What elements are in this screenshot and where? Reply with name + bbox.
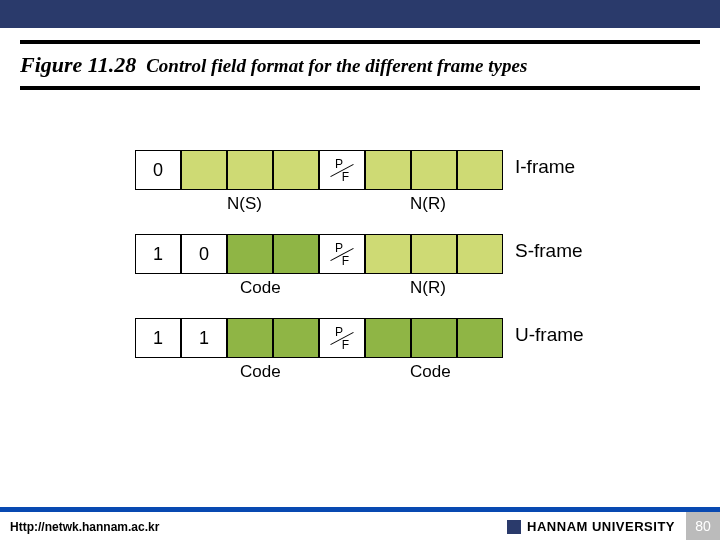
iframe-ns-cell	[227, 150, 273, 190]
sframe-row: 1 0 PF S-frame Code N(R)	[135, 234, 585, 318]
footer-divider	[0, 507, 720, 512]
pf-icon: PF	[329, 326, 355, 351]
footer-university-text: HANNAM UNIVERSITY	[527, 519, 675, 534]
sframe-bit1: 0	[181, 234, 227, 274]
pf-icon: PF	[329, 242, 355, 267]
footer-university: HANNAM UNIVERSITY	[507, 519, 675, 534]
iframe-pf-cell: PF	[319, 150, 365, 190]
iframe-bit0: 0	[135, 150, 181, 190]
sframe-pf-cell: PF	[319, 234, 365, 274]
iframe-nr-cell	[365, 150, 411, 190]
pf-icon: PF	[329, 158, 355, 183]
iframe-ns-label: N(S)	[227, 194, 262, 214]
uframe-code2-cell	[457, 318, 503, 358]
uframe-code2-cell	[411, 318, 457, 358]
iframe-nr-label: N(R)	[410, 194, 446, 214]
top-bar	[0, 0, 720, 28]
uframe-label: U-frame	[515, 324, 584, 346]
sframe-nr-cell	[411, 234, 457, 274]
sframe-nr-label: N(R)	[410, 278, 446, 298]
figure-heading: Figure 11.28 Control field format for th…	[20, 40, 700, 90]
page-number: 80	[686, 512, 720, 540]
sframe-code-cell	[273, 234, 319, 274]
sframe-bit0: 1	[135, 234, 181, 274]
sframe-nr-cell	[365, 234, 411, 274]
iframe-row: 0 PF I-frame N(S) N(R)	[135, 150, 585, 234]
iframe-nr-cell	[411, 150, 457, 190]
uframe-row: 1 1 PF U-frame Code Code	[135, 318, 585, 402]
sframe-code-label: Code	[240, 278, 281, 298]
iframe-label: I-frame	[515, 156, 575, 178]
footer-url: Http://netwk.hannam.ac.kr	[10, 520, 159, 534]
uframe-code1-cell	[273, 318, 319, 358]
uframe-code2-cell	[365, 318, 411, 358]
uframe-bit1: 1	[181, 318, 227, 358]
sframe-label: S-frame	[515, 240, 583, 262]
iframe-nr-cell	[457, 150, 503, 190]
iframe-ns-cell	[273, 150, 319, 190]
uframe-code1-label: Code	[240, 362, 281, 382]
frame-diagram: 0 PF I-frame N(S) N(R) 1 0 PF	[135, 150, 585, 402]
sframe-nr-cell	[457, 234, 503, 274]
figure-number: Figure 11.28	[20, 52, 136, 78]
iframe-ns-cell	[181, 150, 227, 190]
uframe-code1-cell	[227, 318, 273, 358]
uframe-bit0: 1	[135, 318, 181, 358]
uframe-pf-cell: PF	[319, 318, 365, 358]
university-logo-icon	[507, 520, 521, 534]
uframe-code2-label: Code	[410, 362, 451, 382]
figure-caption: Control field format for the different f…	[146, 55, 527, 77]
sframe-code-cell	[227, 234, 273, 274]
